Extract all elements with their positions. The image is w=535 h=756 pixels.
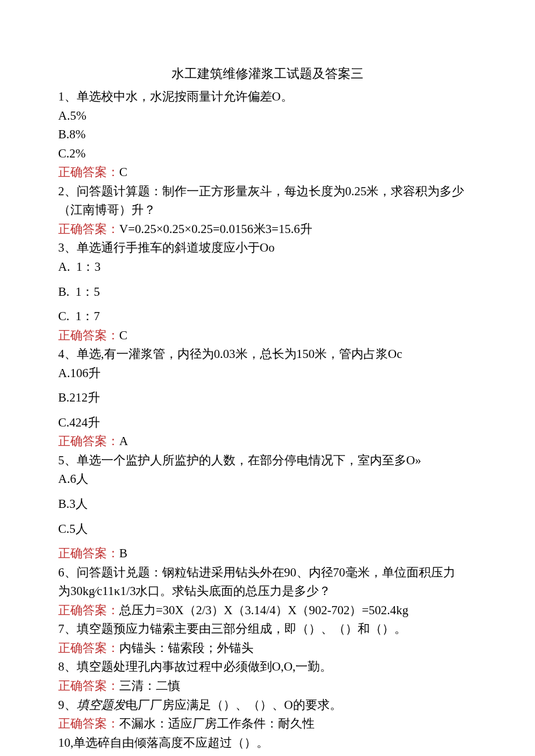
q3-option-b: B. 1：5	[58, 282, 477, 302]
q3-option-c: C. 1：7	[58, 307, 477, 326]
q2-answer-value: V=0.25×0.25×0.25=0.0156米3=15.6升	[119, 222, 312, 236]
q9-stem-rest: 电厂厂房应满足（）、（）、O的要求。	[126, 698, 342, 712]
q4-answer-value: A	[119, 434, 128, 448]
document-title: 水工建筑维修灌浆工试题及答案三	[58, 64, 477, 84]
q5-stem: 5、单选一个监护人所监护的人数，在部分停电情况下，室内至多O»	[58, 451, 477, 470]
q10-stem: 10,单选碎自由倾落高度不应超过（）。	[58, 733, 477, 753]
q2-stem-line1: 2、问答题计算题：制作一正方形量灰斗，每边长度为0.25米，求容积为多少	[58, 182, 477, 201]
q6-answer-value: 总压力=30X（2/3）X（3.14/4）X（902-702）=502.4kg	[119, 603, 408, 617]
q5-option-c: C.5人	[58, 519, 477, 539]
answer-label: 正确答案：	[58, 434, 119, 448]
q4-answer: 正确答案：A	[58, 432, 477, 451]
answer-label: 正确答案：	[58, 716, 119, 730]
q3-answer-value: C	[119, 328, 127, 342]
q6-stem-line1: 6、问答题计兑题：钢粒钻进采用钻头外在90、内径70毫米，单位面积压力	[58, 563, 477, 582]
q5-answer: 正确答案：B	[58, 544, 477, 563]
q3-stem: 3、单选通行手推车的斜道坡度应小于Oo	[58, 238, 477, 257]
q7-answer-value: 内锚头：锚索段；外锚头	[119, 641, 254, 655]
q9-answer: 正确答案：不漏水：适应厂房工作条件：耐久性	[58, 714, 477, 733]
q7-stem: 7、填空题预应力锚索主要由三部分组成，即（）、（）和（）。	[58, 619, 477, 639]
q5-option-a: A.6人	[58, 470, 477, 489]
q7-answer: 正确答案：内锚头：锚索段；外锚头	[58, 639, 477, 658]
q4-option-a: A.106升	[58, 364, 477, 383]
q6-answer: 正确答案：总压力=30X（2/3）X（3.14/4）X（902-702）=502…	[58, 601, 477, 620]
q2-stem-line2: （江南博哥）升？	[58, 200, 477, 220]
q9-stem-italic: 填空题发	[77, 698, 126, 712]
q9-answer-value: 不漏水：适应厂房工作条件：耐久性	[119, 716, 315, 730]
q1-option-a: A.5%	[58, 106, 477, 126]
q8-stem: 8、填空题处理孔内事故过程中必须做到O,O,一勤。	[58, 657, 477, 676]
q1-stem: 1、单选校中水，水泥按雨量计允许偏差O。	[58, 87, 477, 106]
q4-option-b: B.212升	[58, 388, 477, 407]
answer-label: 正确答案：	[58, 328, 119, 342]
q4-option-c: C.424升	[58, 413, 477, 432]
answer-label: 正确答案：	[58, 222, 119, 236]
q8-answer-value: 三清：二慎	[119, 679, 180, 693]
q1-option-b: B.8%	[58, 125, 477, 144]
answer-label: 正确答案：	[58, 679, 119, 693]
answer-label: 正确答案：	[58, 165, 119, 179]
q1-answer-value: C	[119, 165, 127, 179]
q3-answer: 正确答案：C	[58, 326, 477, 345]
q9-stem: 9、填空题发电厂厂房应满足（）、（）、O的要求。	[58, 696, 477, 715]
q5-answer-value: B	[119, 546, 127, 560]
answer-label: 正确答案：	[58, 603, 119, 617]
q5-option-b: B.3人	[58, 495, 477, 514]
q1-answer: 正确答案：C	[58, 163, 477, 182]
answer-label: 正确答案：	[58, 641, 119, 655]
answer-label: 正确答案：	[58, 546, 119, 560]
q3-option-a: A. 1：3	[58, 257, 477, 277]
q8-answer: 正确答案：三清：二慎	[58, 676, 477, 696]
q4-stem: 4、单选,有一灌浆管，内径为0.03米，总长为150米，管内占浆Oc	[58, 345, 477, 364]
q1-option-c: C.2%	[58, 144, 477, 163]
q9-stem-prefix: 9、	[58, 698, 77, 712]
q6-stem-line2: 为30kg⁄c11κ1/3水口。求钻头底面的总压力是多少？	[58, 582, 477, 601]
q2-answer: 正确答案：V=0.25×0.25×0.25=0.0156米3=15.6升	[58, 220, 477, 239]
